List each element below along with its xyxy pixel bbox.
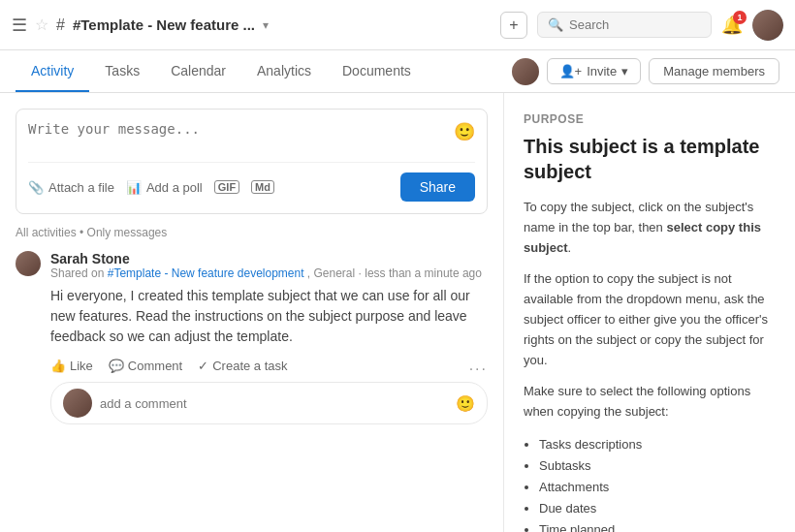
- manage-members-button[interactable]: Manage members: [649, 58, 779, 84]
- topbar-right: + 🔍 🔔 1: [500, 10, 783, 41]
- activity-content: Sarah Stone Shared on #Template - New fe…: [50, 251, 488, 424]
- comment-row: 🙂: [50, 382, 488, 424]
- create-task-button[interactable]: ✓ Create a task: [198, 359, 287, 373]
- comment-icon: 💬: [109, 359, 124, 373]
- search-icon: 🔍: [548, 17, 563, 32]
- person-add-icon: 👤+: [559, 64, 583, 78]
- message-compose-box: 🙂 📎 Attach a file 📊 Add a poll GIF Md Sh…: [16, 109, 488, 214]
- share-button[interactable]: Share: [400, 172, 475, 202]
- comment-emoji-icon[interactable]: 🙂: [456, 394, 475, 413]
- invite-button[interactable]: 👤+ Invite ▾: [547, 58, 642, 84]
- notification-bell[interactable]: 🔔 1: [721, 15, 743, 36]
- search-box: 🔍: [537, 12, 712, 38]
- activity-channel-link[interactable]: #Template - New feature development: [108, 266, 304, 280]
- tab-activity[interactable]: Activity: [16, 50, 89, 92]
- activity-author-name: Sarah Stone: [50, 251, 488, 266]
- tabbar-right: 👤+ Invite ▾ Manage members: [512, 58, 779, 85]
- activities-filter-text[interactable]: All activities • Only messages: [16, 226, 167, 239]
- list-item: Attachments: [539, 477, 776, 498]
- commenter-avatar: [63, 389, 92, 418]
- star-icon[interactable]: ☆: [35, 16, 48, 34]
- chevron-down-icon[interactable]: ▾: [263, 18, 269, 32]
- tab-analytics[interactable]: Analytics: [241, 50, 327, 92]
- notification-badge: 1: [733, 11, 747, 24]
- thumbs-up-icon: 👍: [50, 359, 66, 373]
- message-input[interactable]: [28, 121, 454, 152]
- user-avatar[interactable]: [512, 58, 539, 85]
- activities-filter: All activities • Only messages: [16, 226, 488, 239]
- message-actions: 📎 Attach a file 📊 Add a poll GIF Md Shar…: [28, 162, 475, 202]
- avatar[interactable]: [752, 10, 783, 41]
- tab-documents[interactable]: Documents: [327, 50, 427, 92]
- hash-icon: #: [56, 16, 65, 34]
- avatar-image: [752, 10, 783, 41]
- list-item: Tasks descriptions: [539, 434, 776, 455]
- list-item: Time planned: [539, 519, 776, 532]
- left-panel: 🙂 📎 Attach a file 📊 Add a poll GIF Md Sh…: [0, 93, 504, 532]
- tabbar-left: Activity Tasks Calendar Analytics Docume…: [16, 50, 512, 92]
- purpose-para3: Make sure to select the following option…: [524, 382, 776, 422]
- activity-body: Hi everyone, I created this template sub…: [50, 286, 488, 347]
- add-button[interactable]: +: [500, 12, 527, 39]
- like-button[interactable]: 👍 Like: [50, 359, 93, 373]
- list-item: Subtasks: [539, 455, 776, 477]
- markdown-button[interactable]: Md: [251, 180, 274, 194]
- search-input[interactable]: [569, 17, 695, 32]
- purpose-para1: To copy the subject, click on the subjec…: [524, 198, 776, 258]
- poll-icon: 📊: [126, 180, 142, 195]
- more-options-icon[interactable]: ...: [469, 357, 488, 374]
- activity-item: Sarah Stone Shared on #Template - New fe…: [16, 251, 488, 424]
- main-content: 🙂 📎 Attach a file 📊 Add a poll GIF Md Sh…: [0, 93, 795, 532]
- purpose-para2: If the option to copy the subject is not…: [524, 269, 776, 370]
- right-panel: Purpose This subject is a template subje…: [504, 93, 795, 532]
- hamburger-icon[interactable]: ☰: [12, 15, 27, 36]
- tab-calendar[interactable]: Calendar: [155, 50, 241, 92]
- paperclip-icon: 📎: [28, 180, 44, 195]
- gif-button[interactable]: GIF: [214, 180, 239, 194]
- tab-tasks[interactable]: Tasks: [89, 50, 155, 92]
- task-icon: ✓: [198, 359, 208, 373]
- activity-meta: Shared on #Template - New feature develo…: [50, 266, 488, 280]
- list-item: Due dates: [539, 498, 776, 519]
- attach-file-button[interactable]: 📎 Attach a file: [28, 180, 114, 195]
- topbar-left: ☰ ☆ # #Template - New feature ... ▾: [12, 15, 493, 36]
- purpose-title: This subject is a template subject: [524, 134, 776, 184]
- page-title: #Template - New feature ...: [73, 16, 255, 33]
- emoji-icon[interactable]: 🙂: [454, 121, 475, 142]
- comment-button[interactable]: 💬 Comment: [109, 359, 182, 373]
- purpose-list: Tasks descriptions Subtasks Attachments …: [539, 434, 776, 532]
- purpose-label: Purpose: [524, 112, 776, 126]
- add-poll-button[interactable]: 📊 Add a poll: [126, 180, 203, 195]
- comment-input[interactable]: [100, 396, 448, 411]
- invite-chevron-icon: ▾: [621, 64, 628, 78]
- tabbar: Activity Tasks Calendar Analytics Docume…: [0, 50, 795, 93]
- activity-author-avatar: [16, 251, 41, 276]
- topbar: ☰ ☆ # #Template - New feature ... ▾ + 🔍 …: [0, 0, 795, 50]
- activity-footer: 👍 Like 💬 Comment ✓ Create a task ...: [50, 357, 488, 374]
